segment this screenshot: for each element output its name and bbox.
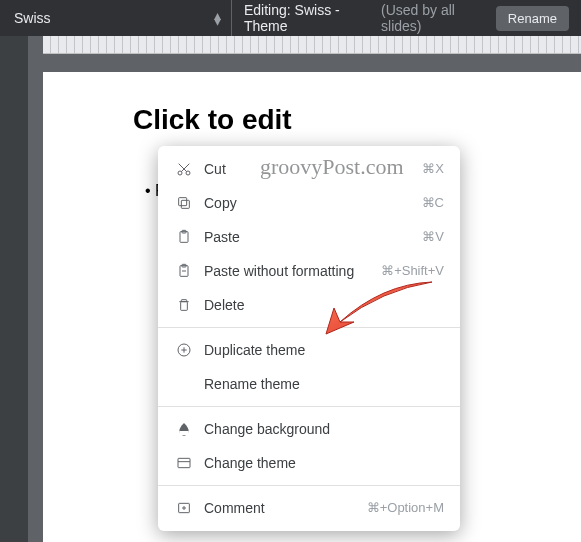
svg-rect-16: [178, 458, 190, 467]
svg-rect-5: [179, 198, 187, 206]
duplicate-icon: [172, 342, 196, 358]
rename-button[interactable]: Rename: [496, 6, 569, 31]
menu-change-background[interactable]: Change background: [158, 412, 460, 446]
slide-title[interactable]: Click to edit: [73, 96, 581, 148]
menu-change-theme[interactable]: Change theme: [158, 446, 460, 480]
menu-separator: [158, 406, 460, 407]
delete-icon: [172, 297, 196, 313]
svg-rect-4: [181, 200, 189, 208]
menu-separator: [158, 485, 460, 486]
dropdown-sort-icon: ▴▾: [214, 12, 221, 24]
topbar-right: Editing: Swiss - Theme (Used by all slid…: [232, 0, 581, 36]
menu-paste-without-formatting[interactable]: Paste without formatting ⌘+Shift+V: [158, 254, 460, 288]
menu-copy[interactable]: Copy ⌘C: [158, 186, 460, 220]
menu-paste[interactable]: Paste ⌘V: [158, 220, 460, 254]
svg-rect-11: [181, 302, 188, 311]
theme-icon: [172, 455, 196, 471]
background-icon: [172, 421, 196, 437]
menu-delete[interactable]: Delete: [158, 288, 460, 322]
copy-icon: [172, 195, 196, 211]
used-by-label: (Used by all slides): [381, 2, 488, 34]
topbar: Swiss ▴▾ Editing: Swiss - Theme (Used by…: [0, 0, 581, 36]
menu-cut[interactable]: Cut ⌘X: [158, 152, 460, 186]
menu-rename-theme[interactable]: Rename theme: [158, 367, 460, 401]
cut-icon: [172, 161, 196, 177]
editing-label: Editing: Swiss - Theme: [244, 2, 373, 34]
context-menu: Cut ⌘X Copy ⌘C Paste ⌘V Paste without fo…: [158, 146, 460, 531]
theme-dropdown[interactable]: Swiss ▴▾: [0, 0, 232, 36]
svg-rect-15: [179, 431, 188, 435]
paste-plain-icon: [172, 263, 196, 279]
sidebar: THEME Click to edit theme title style Fi…: [0, 36, 29, 542]
comment-icon: [172, 500, 196, 516]
ruler[interactable]: [43, 36, 581, 54]
menu-separator: [158, 327, 460, 328]
menu-duplicate-theme[interactable]: Duplicate theme: [158, 333, 460, 367]
theme-name: Swiss: [14, 10, 51, 26]
menu-comment[interactable]: Comment ⌘+Option+M: [158, 491, 460, 525]
paste-icon: [172, 229, 196, 245]
